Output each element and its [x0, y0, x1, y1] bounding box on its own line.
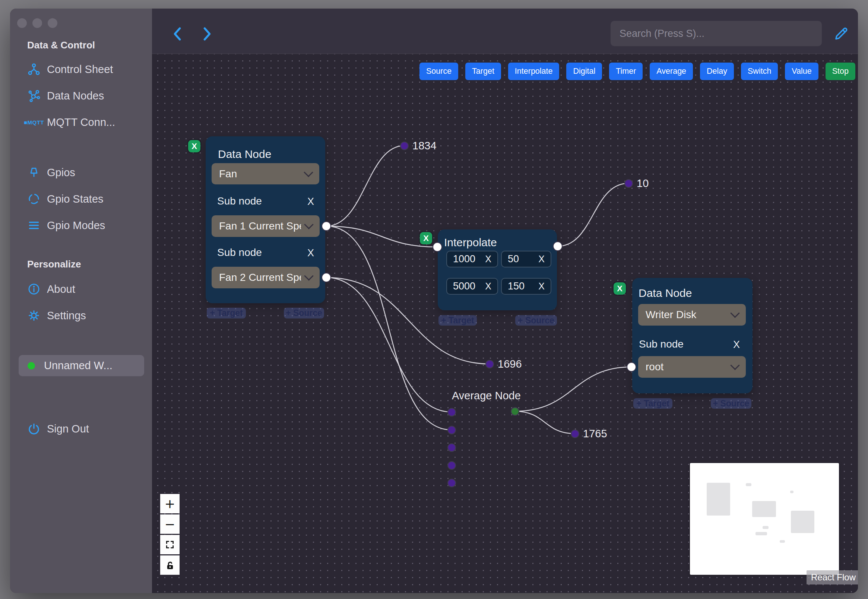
toolbar-button-interpolate[interactable]: Interpolate [508, 63, 560, 80]
edge-fan2-average[interactable] [326, 277, 451, 412]
minimap-node-rect [780, 540, 785, 543]
remove-sub-node-button[interactable]: X [307, 196, 314, 208]
toolbar-button-timer[interactable]: Timer [609, 63, 642, 80]
fan-sub1-dropdown[interactable]: Fan 1 Current Spe [212, 215, 320, 237]
fan-source-handle-2[interactable] [322, 273, 331, 282]
add-source-button[interactable]: + Source [711, 398, 751, 409]
value-handle-1765[interactable] [571, 429, 579, 438]
sidebar-item-about[interactable]: About [10, 280, 152, 298]
minimap[interactable] [690, 463, 839, 575]
zoom-out-button[interactable]: − [160, 515, 179, 534]
node-data-fan[interactable]: Data Node Fan Sub node X Fan 1 Current S… [206, 136, 325, 303]
edit-button[interactable] [832, 25, 850, 42]
edge-average-root[interactable] [515, 367, 632, 411]
node-data-writer[interactable]: Data Node Writer Disk Sub node X root [632, 278, 752, 393]
add-target-button[interactable]: + Target [633, 398, 672, 409]
average-target-handle-1[interactable] [447, 408, 456, 417]
edge-interpolate-10[interactable] [558, 183, 629, 246]
clear-value-button[interactable]: X [535, 254, 545, 265]
data-nodes-icon [27, 89, 41, 102]
workflow-status-dot [27, 362, 35, 370]
node-title: Data Node [638, 287, 692, 300]
toolbar-button-stop[interactable]: Stop [826, 63, 855, 80]
interpolate-target-handle[interactable] [433, 242, 442, 252]
interpolate-input-3[interactable]: 150 X [501, 278, 551, 295]
nav-forward-button[interactable] [199, 26, 215, 42]
sidebar-item-sign-out[interactable]: Sign Out [10, 420, 152, 438]
toolbar-button-source[interactable]: Source [420, 63, 458, 80]
delete-node-button[interactable]: X [188, 140, 200, 152]
edge-fan1-1834[interactable] [326, 146, 404, 226]
sidebar: Data & Control Control Sheet Data Nodes [10, 9, 152, 593]
interpolate-source-handle[interactable] [553, 241, 563, 251]
writer-sub-dropdown[interactable]: root [638, 356, 746, 378]
fit-view-button[interactable] [160, 535, 179, 554]
sidebar-item-gpios[interactable]: Gpios [10, 164, 152, 181]
fan-sub2-dropdown[interactable]: Fan 2 Current Spe [212, 267, 320, 288]
average-target-handle-2[interactable] [447, 426, 456, 434]
section-data-control: Data & Control [27, 39, 95, 51]
toolbar-button-delay[interactable]: Delay [700, 63, 734, 80]
sub-node-label: Sub node [217, 195, 262, 207]
toolbar-button-digital[interactable]: Digital [566, 63, 602, 80]
sidebar-item-workflow[interactable]: Unnamed W... [19, 355, 144, 376]
delete-node-button[interactable]: X [420, 232, 432, 244]
remove-sub-node-button[interactable]: X [733, 339, 740, 351]
writer-target-handle[interactable] [627, 362, 636, 372]
add-target-button[interactable]: + Target [207, 308, 246, 319]
value-label: 10 [637, 177, 648, 190]
add-source-button[interactable]: + Source [284, 308, 324, 319]
clear-value-button[interactable]: X [481, 281, 491, 292]
toolbar-button-target[interactable]: Target [465, 63, 501, 80]
toolbar-button-value[interactable]: Value [785, 63, 818, 80]
minimap-node-rect [790, 491, 793, 493]
add-source-button[interactable]: + Source [515, 315, 557, 325]
sidebar-item-settings[interactable]: Settings [10, 307, 152, 324]
value-handle-1696[interactable] [485, 360, 494, 369]
remove-sub-node-button[interactable]: X [307, 247, 314, 259]
average-target-handle-5[interactable] [447, 479, 456, 487]
lock-button[interactable] [160, 555, 179, 575]
window-minimize-button[interactable] [32, 18, 42, 28]
clear-value-button[interactable]: X [535, 281, 545, 292]
react-flow-attribution[interactable]: React Flow [806, 570, 858, 584]
value-handle-1834[interactable] [400, 141, 409, 150]
average-node-title: Average Node [452, 390, 521, 402]
writer-type-dropdown[interactable]: Writer Disk [638, 304, 746, 325]
fan-source-handle-1[interactable] [322, 221, 331, 231]
toolbar-button-average[interactable]: Average [650, 63, 693, 80]
average-target-handle-4[interactable] [447, 461, 456, 470]
search-input[interactable] [611, 21, 822, 46]
clear-value-button[interactable]: X [481, 254, 491, 265]
interpolate-input-1[interactable]: 50 X [501, 251, 551, 268]
chevron-down-icon [304, 271, 313, 280]
fan-type-dropdown[interactable]: Fan [212, 163, 319, 184]
power-icon [27, 422, 41, 435]
edge-average-1765[interactable] [515, 411, 575, 433]
sidebar-item-gpio-modes[interactable]: Gpio Modes [10, 217, 152, 234]
node-interpolate[interactable]: Interpolate 1000 X 50 X 5000 X 150 X [438, 229, 557, 310]
main-panel: Source Target Interpolate Digital Timer … [152, 9, 858, 593]
sidebar-item-control-sheet[interactable]: Control Sheet [10, 60, 152, 78]
interpolate-input-0[interactable]: 1000 X [446, 251, 498, 268]
window-close-button[interactable] [17, 18, 27, 28]
chevron-down-icon [730, 309, 740, 318]
average-target-handle-3[interactable] [447, 443, 456, 452]
add-target-button[interactable]: + Target [438, 315, 477, 325]
nav-back-button[interactable] [169, 26, 185, 42]
toolbar-button-switch[interactable]: Switch [741, 63, 778, 80]
interpolate-input-2[interactable]: 5000 X [446, 278, 498, 295]
edge-fan1-average[interactable] [326, 226, 451, 430]
sidebar-item-data-nodes[interactable]: Data Nodes [10, 87, 152, 105]
sidebar-item-mqtt[interactable]: ■MQTT MQTT Conn... [10, 113, 152, 131]
minimap-node-rect [791, 511, 814, 533]
window-zoom-button[interactable] [48, 18, 57, 28]
sidebar-item-gpio-states[interactable]: Gpio States [10, 190, 152, 208]
value-handle-10[interactable] [624, 179, 633, 188]
delete-node-button[interactable]: X [614, 282, 626, 295]
chevron-right-icon [201, 26, 214, 41]
average-source-handle[interactable] [511, 407, 519, 416]
flow-canvas[interactable]: Source Target Interpolate Digital Timer … [152, 54, 858, 593]
zoom-in-button[interactable]: + [160, 494, 179, 513]
sub-node-label: Sub node [639, 338, 684, 350]
